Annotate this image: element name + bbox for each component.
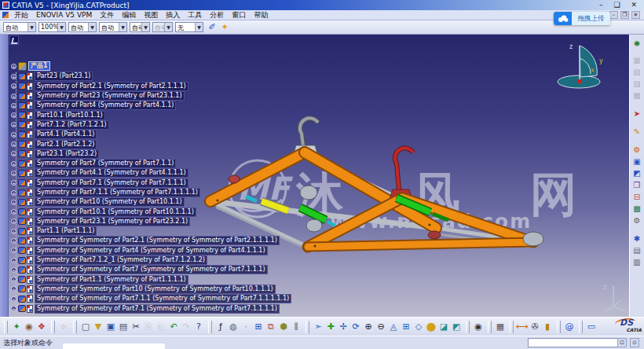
expand-node-icon[interactable] xyxy=(11,238,16,244)
move-icon[interactable]: ▩ xyxy=(631,203,643,215)
tree-item-label[interactable]: Symmetry of Part7.1 (Symmetry of Part7.1… xyxy=(35,178,188,188)
rotate-icon[interactable]: ⟳ xyxy=(349,321,362,333)
menu-item[interactable]: 插入 xyxy=(162,10,184,20)
smart-move-icon[interactable]: ✎ xyxy=(631,126,643,138)
tree-item[interactable]: Symmetry of Part4.1 (Symmetry of Part4.1… xyxy=(11,168,291,178)
copy-format-icon[interactable]: ✐ xyxy=(206,21,218,33)
fit-all-icon[interactable]: ✚ xyxy=(324,321,337,333)
tree-item-label[interactable]: Part7.1.2 (Part7.1.2.1) xyxy=(35,120,109,130)
measure-item-icon[interactable]: ✇ xyxy=(529,321,541,333)
expand-node-icon[interactable] xyxy=(11,286,16,292)
expand-node-icon[interactable] xyxy=(11,180,16,186)
chevron-down-icon[interactable]: ▼ xyxy=(195,23,203,31)
quad-view-icon[interactable]: ⊞ xyxy=(400,321,412,333)
menu-item[interactable]: 帮助 xyxy=(250,10,272,20)
tree-item[interactable]: Part4.1 (Part4.1.1) xyxy=(11,130,291,139)
print-icon[interactable]: ▤ xyxy=(117,321,130,333)
compass[interactable]: z x y xyxy=(558,43,603,88)
tree-item-label[interactable]: Symmetry of Part7.1.2_1 (Symmetry of Par… xyxy=(35,255,207,265)
menu-item[interactable]: 视图 xyxy=(140,10,162,20)
thickness-combo[interactable]: 自动▼ xyxy=(99,22,127,32)
tree-item[interactable]: Part7.1.2 (Part7.1.2.1) xyxy=(11,120,291,130)
color-combo[interactable]: 自动▼ xyxy=(3,22,36,32)
tree-item[interactable]: Symmetry of Part2.1 (Symmetry of Part2.1… xyxy=(11,82,291,91)
knowledge-hint-icon[interactable]: ◍ xyxy=(227,321,240,333)
mdi-close-button[interactable]: ✕ xyxy=(631,11,640,19)
product-structure-tools-icon[interactable]: ⚙ xyxy=(631,144,643,156)
power-input[interactable] xyxy=(528,338,619,347)
zoom-in-icon[interactable]: ⊕ xyxy=(362,321,375,333)
formula-icon[interactable]: ƒ xyxy=(214,321,227,333)
knowledge-dot-icon[interactable]: · xyxy=(240,321,252,333)
tree-item-label[interactable]: Part23 (Part23.1) xyxy=(35,72,93,81)
wizard-brush-icon[interactable]: ✦ xyxy=(218,21,231,33)
chevron-down-icon[interactable]: ▼ xyxy=(141,23,149,31)
insert-product-icon[interactable]: ▧ xyxy=(631,66,643,78)
tree-item-label[interactable]: Symmetry of Part2.1 (Symmetry of Part2.1… xyxy=(35,82,188,91)
tree-item[interactable]: Symmetry of Part4 (Symmetry of Part4.1.1… xyxy=(11,101,291,110)
whats-this-icon[interactable]: ? xyxy=(192,321,205,333)
lock-icon[interactable]: ⬢ xyxy=(277,321,290,333)
tree-item[interactable]: Symmetry of Symmetry of Part10 (Symmetry… xyxy=(11,285,291,294)
tree-item[interactable]: Part23.1 (Part23.2) xyxy=(11,149,291,159)
close-button[interactable]: ✕ xyxy=(631,1,637,9)
tree-item[interactable]: Symmetry of Part23.1 (Symmetry of Part23… xyxy=(11,217,291,226)
tree-item-label[interactable]: Symmetry of Symmetry of Part10 (Symmetry… xyxy=(35,285,276,294)
zoom-out-icon[interactable]: ⊖ xyxy=(375,321,387,333)
menu-item[interactable]: 工具 xyxy=(184,10,206,20)
expand-node-icon[interactable] xyxy=(11,161,16,167)
expand-node-icon[interactable] xyxy=(11,258,16,263)
open-folder-icon[interactable]: ▼ xyxy=(92,321,104,333)
expand-node-icon[interactable] xyxy=(11,122,16,127)
tree-item-label[interactable]: Part1.1 (Part1.1.1) xyxy=(35,226,97,236)
camera-icon[interactable]: ◉ xyxy=(472,321,485,333)
expand-node-icon[interactable] xyxy=(11,219,16,224)
tree-root[interactable]: 产品1 xyxy=(11,61,291,71)
tree-item-label[interactable]: Symmetry of Part7 (Symmetry of Part7.1.1… xyxy=(35,159,176,168)
tree-item-label[interactable]: Symmetry of Part7.1.1 (Symmetry of Part7… xyxy=(35,188,200,197)
expand-node-icon[interactable] xyxy=(11,103,16,108)
tree-item-label[interactable]: Symmetry of Part4.1 (Symmetry of Part4.1… xyxy=(35,168,188,178)
expand-node-icon[interactable] xyxy=(11,306,16,311)
links-icon[interactable]: ❖ xyxy=(35,321,48,333)
tree-item-label[interactable]: Part10.1 (Part10.1.1) xyxy=(35,111,105,120)
render-toggle-b-icon[interactable]: ◩ xyxy=(450,321,463,333)
insert-existing-component-icon[interactable]: ▩ xyxy=(631,90,643,101)
tree-item[interactable]: Symmetry of Symmetry of Part7 (Symmetry … xyxy=(11,265,291,274)
tree-item[interactable]: Symmetry of Part7.1 (Symmetry of Part7.1… xyxy=(11,178,291,188)
menu-item[interactable]: 编辑 xyxy=(118,10,140,20)
fly-mode-icon[interactable]: ➣ xyxy=(312,321,324,333)
paste-icon[interactable]: ⎗ xyxy=(155,321,167,333)
expand-node-icon[interactable] xyxy=(11,171,16,176)
iso-view-icon[interactable]: ◇ xyxy=(412,321,425,333)
view-manipulation-icon[interactable]: ✺ xyxy=(631,38,643,50)
tree-root-label[interactable]: 产品1 xyxy=(28,61,50,71)
tree-item[interactable]: Part10.1 (Part10.1.1) xyxy=(11,110,291,119)
expand-node-icon[interactable] xyxy=(11,64,16,69)
tree-item[interactable]: Symmetry of Part10 (Symmetry of Part10.1… xyxy=(11,197,291,207)
catalog-browser-icon[interactable]: @ xyxy=(563,321,576,333)
space-analysis-icon[interactable]: ✱ xyxy=(631,233,643,244)
tree-item[interactable]: Symmetry of Part23 (Symmetry of Part23.1… xyxy=(11,91,291,101)
insert-component-icon[interactable]: ▦ xyxy=(631,54,643,66)
layer-combo[interactable]: 无▼ xyxy=(175,22,203,32)
tree-item-label[interactable]: Symmetry of Part1.1 (Symmetry of Part1.1… xyxy=(35,275,188,285)
undo-icon[interactable]: ↶ xyxy=(167,321,180,333)
split-window-icon[interactable]: ⫼ xyxy=(290,321,302,333)
chevron-down-icon[interactable]: ▼ xyxy=(88,23,96,31)
expand-node-icon[interactable] xyxy=(11,229,16,234)
menu-item[interactable]: 开始 xyxy=(10,10,32,20)
tree-item-label[interactable]: Symmetry of Symmetry of Part4 (Symmetry … xyxy=(35,246,268,255)
menu-item[interactable]: ENOVIA V5 VPM xyxy=(32,11,96,19)
pointstyle-combo[interactable]: 自动▼ xyxy=(130,22,150,32)
normal-view-icon[interactable]: ◬ xyxy=(387,321,400,333)
tree-item[interactable]: Symmetry of Part1.1 (Symmetry of Part1.1… xyxy=(11,275,291,285)
tree-item[interactable]: Symmetry of Symmetry of Part4 (Symmetry … xyxy=(11,246,291,255)
insert-part-icon[interactable]: ▨ xyxy=(631,78,643,90)
expand-node-icon[interactable] xyxy=(11,132,16,138)
expand-node-icon[interactable] xyxy=(11,200,16,205)
tree-item-label[interactable]: Part23.1 (Part23.2) xyxy=(35,149,99,159)
constraints-icon[interactable]: ⊟ xyxy=(631,191,643,203)
tree-item-label[interactable]: Part4.1 (Part4.1.1) xyxy=(35,130,97,139)
render-toggle-a-icon[interactable]: ◪ xyxy=(437,321,450,333)
